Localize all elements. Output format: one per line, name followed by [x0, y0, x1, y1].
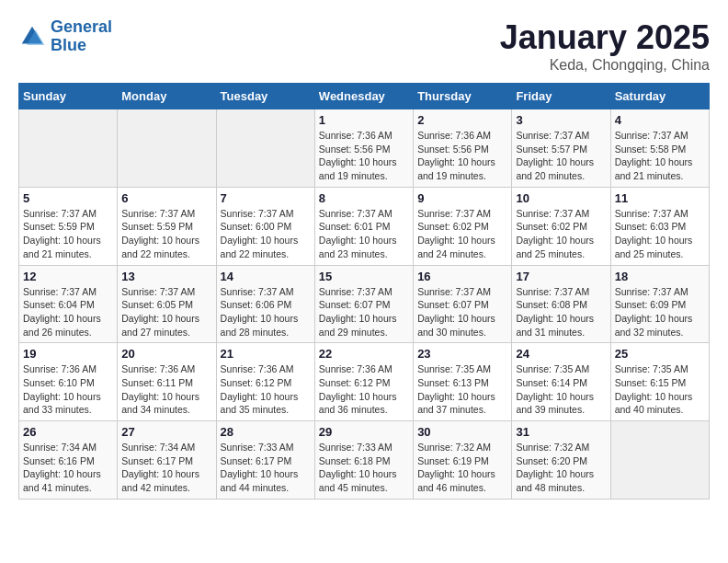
daylight-text: Daylight: 10 hours and 36 minutes.: [319, 391, 397, 416]
calendar-week-row: 26 Sunrise: 7:34 AM Sunset: 6:16 PM Dayl…: [19, 421, 710, 500]
sunset-text: Sunset: 5:59 PM: [23, 221, 95, 232]
daylight-text: Daylight: 10 hours and 34 minutes.: [121, 391, 199, 416]
day-info: Sunrise: 7:36 AM Sunset: 6:10 PM Dayligh…: [23, 362, 113, 417]
day-info: Sunrise: 7:33 AM Sunset: 6:17 PM Dayligh…: [221, 441, 311, 495]
daylight-text: Daylight: 10 hours and 45 minutes.: [319, 468, 397, 493]
sunrise-text: Sunrise: 7:37 AM: [319, 208, 392, 219]
sunrise-text: Sunrise: 7:36 AM: [319, 130, 392, 141]
calendar-cell: 20 Sunrise: 7:36 AM Sunset: 6:11 PM Dayl…: [118, 343, 216, 421]
daylight-text: Daylight: 10 hours and 19 minutes.: [417, 156, 495, 181]
day-number: 7: [221, 191, 311, 205]
sunset-text: Sunset: 5:56 PM: [417, 144, 489, 155]
day-info: Sunrise: 7:37 AM Sunset: 6:03 PM Dayligh…: [615, 207, 705, 261]
day-number: 9: [417, 191, 507, 205]
daylight-text: Daylight: 10 hours and 23 minutes.: [319, 235, 397, 259]
calendar-cell: 9 Sunrise: 7:37 AM Sunset: 6:02 PM Dayli…: [414, 187, 512, 265]
calendar-cell: 16 Sunrise: 7:37 AM Sunset: 6:07 PM Dayl…: [414, 265, 512, 343]
daylight-text: Daylight: 10 hours and 33 minutes.: [23, 391, 101, 416]
daylight-text: Daylight: 10 hours and 26 minutes.: [23, 313, 101, 338]
day-number: 18: [615, 270, 705, 283]
day-info: Sunrise: 7:34 AM Sunset: 6:16 PM Dayligh…: [23, 441, 113, 495]
daylight-text: Daylight: 10 hours and 25 minutes.: [615, 235, 693, 259]
calendar-subtitle: Keda, Chongqing, China: [500, 57, 710, 74]
calendar-cell: 27 Sunrise: 7:34 AM Sunset: 6:17 PM Dayl…: [118, 421, 216, 500]
daylight-text: Daylight: 10 hours and 30 minutes.: [417, 313, 495, 338]
sunset-text: Sunset: 6:15 PM: [615, 377, 687, 388]
sunrise-text: Sunrise: 7:37 AM: [516, 130, 589, 141]
calendar-cell: 2 Sunrise: 7:36 AM Sunset: 5:56 PM Dayli…: [414, 109, 512, 188]
sunset-text: Sunset: 6:12 PM: [221, 377, 292, 388]
day-number: 13: [121, 270, 211, 283]
calendar-week-row: 12 Sunrise: 7:37 AM Sunset: 6:04 PM Dayl…: [19, 265, 710, 343]
calendar-cell: 28 Sunrise: 7:33 AM Sunset: 6:17 PM Dayl…: [216, 421, 314, 500]
sunset-text: Sunset: 6:07 PM: [319, 299, 391, 310]
day-number: 25: [615, 347, 705, 361]
sunrise-text: Sunrise: 7:37 AM: [615, 130, 688, 141]
day-number: 28: [221, 425, 311, 439]
calendar-cell: 8 Sunrise: 7:37 AM Sunset: 6:01 PM Dayli…: [314, 187, 413, 265]
sunrise-text: Sunrise: 7:35 AM: [417, 363, 491, 374]
weekday-header: Monday: [118, 84, 216, 109]
calendar-table: SundayMondayTuesdayWednesdayThursdayFrid…: [18, 83, 710, 500]
sunset-text: Sunset: 6:19 PM: [417, 455, 489, 466]
sunrise-text: Sunrise: 7:32 AM: [417, 442, 491, 453]
calendar-cell: 12 Sunrise: 7:37 AM Sunset: 6:04 PM Dayl…: [19, 265, 118, 343]
day-info: Sunrise: 7:34 AM Sunset: 6:17 PM Dayligh…: [121, 441, 211, 495]
calendar-cell: 5 Sunrise: 7:37 AM Sunset: 5:59 PM Dayli…: [19, 187, 118, 265]
sunset-text: Sunset: 6:08 PM: [516, 299, 587, 310]
day-number: 15: [319, 270, 409, 283]
sunset-text: Sunset: 6:17 PM: [221, 455, 292, 466]
sunrise-text: Sunrise: 7:34 AM: [121, 442, 195, 453]
calendar-cell: 4 Sunrise: 7:37 AM Sunset: 5:58 PM Dayli…: [610, 109, 709, 188]
sunrise-text: Sunrise: 7:33 AM: [221, 442, 294, 453]
calendar-cell: 3 Sunrise: 7:37 AM Sunset: 5:57 PM Dayli…: [512, 109, 610, 188]
sunset-text: Sunset: 6:04 PM: [23, 299, 95, 310]
day-info: Sunrise: 7:37 AM Sunset: 5:59 PM Dayligh…: [23, 207, 113, 261]
day-number: 21: [221, 347, 311, 361]
daylight-text: Daylight: 10 hours and 19 minutes.: [319, 156, 397, 181]
sunset-text: Sunset: 6:09 PM: [615, 299, 687, 310]
calendar-cell: 11 Sunrise: 7:37 AM Sunset: 6:03 PM Dayl…: [610, 187, 709, 265]
sunset-text: Sunset: 6:20 PM: [516, 455, 587, 466]
sunrise-text: Sunrise: 7:36 AM: [221, 363, 294, 374]
weekday-header: Saturday: [610, 84, 709, 109]
day-number: 14: [221, 270, 311, 283]
daylight-text: Daylight: 10 hours and 21 minutes.: [23, 235, 101, 259]
calendar-cell: 30 Sunrise: 7:32 AM Sunset: 6:19 PM Dayl…: [414, 421, 512, 500]
daylight-text: Daylight: 10 hours and 40 minutes.: [615, 391, 693, 416]
day-info: Sunrise: 7:36 AM Sunset: 5:56 PM Dayligh…: [319, 129, 409, 183]
day-number: 30: [417, 425, 507, 439]
day-number: 26: [23, 425, 113, 439]
sunset-text: Sunset: 6:07 PM: [417, 299, 489, 310]
sunrise-text: Sunrise: 7:37 AM: [417, 286, 491, 297]
sunset-text: Sunset: 6:10 PM: [23, 377, 95, 388]
daylight-text: Daylight: 10 hours and 22 minutes.: [121, 235, 199, 259]
sunset-text: Sunset: 6:11 PM: [121, 377, 193, 388]
calendar-week-row: 5 Sunrise: 7:37 AM Sunset: 5:59 PM Dayli…: [19, 187, 710, 265]
day-info: Sunrise: 7:32 AM Sunset: 6:20 PM Dayligh…: [516, 441, 606, 495]
day-number: 24: [516, 347, 606, 361]
calendar-cell: 15 Sunrise: 7:37 AM Sunset: 6:07 PM Dayl…: [314, 265, 413, 343]
calendar-cell: 17 Sunrise: 7:37 AM Sunset: 6:08 PM Dayl…: [512, 265, 610, 343]
sunrise-text: Sunrise: 7:36 AM: [121, 363, 195, 374]
sunrise-text: Sunrise: 7:37 AM: [516, 286, 589, 297]
sunrise-text: Sunrise: 7:36 AM: [23, 363, 97, 374]
sunrise-text: Sunrise: 7:37 AM: [319, 286, 392, 297]
sunrise-text: Sunrise: 7:37 AM: [516, 208, 589, 219]
calendar-week-row: 1 Sunrise: 7:36 AM Sunset: 5:56 PM Dayli…: [19, 109, 710, 188]
day-number: 27: [121, 425, 211, 439]
daylight-text: Daylight: 10 hours and 31 minutes.: [516, 313, 594, 338]
day-info: Sunrise: 7:37 AM Sunset: 5:58 PM Dayligh…: [615, 129, 705, 183]
sunset-text: Sunset: 6:12 PM: [319, 377, 391, 388]
sunrise-text: Sunrise: 7:32 AM: [516, 442, 589, 453]
day-number: 17: [516, 270, 606, 283]
sunset-text: Sunset: 5:56 PM: [319, 144, 391, 155]
day-number: 8: [319, 191, 409, 205]
day-info: Sunrise: 7:37 AM Sunset: 5:57 PM Dayligh…: [516, 129, 606, 183]
calendar-cell: 22 Sunrise: 7:36 AM Sunset: 6:12 PM Dayl…: [314, 343, 413, 421]
weekday-header-row: SundayMondayTuesdayWednesdayThursdayFrid…: [19, 84, 710, 109]
sunrise-text: Sunrise: 7:37 AM: [221, 208, 294, 219]
daylight-text: Daylight: 10 hours and 46 minutes.: [417, 468, 495, 493]
day-info: Sunrise: 7:37 AM Sunset: 5:59 PM Dayligh…: [121, 207, 211, 261]
weekday-header: Thursday: [414, 84, 512, 109]
